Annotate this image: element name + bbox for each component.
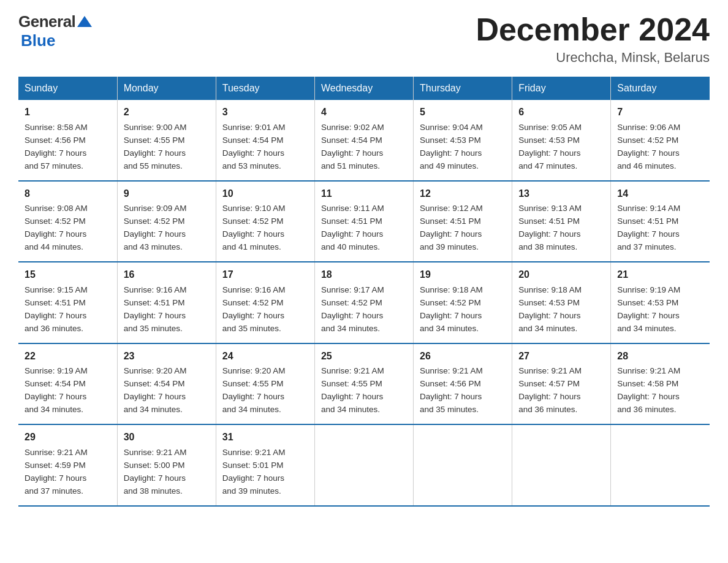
calendar-cell: 26Sunrise: 9:21 AMSunset: 4:56 PMDayligh…	[414, 343, 512, 424]
logo-blue-text: Blue	[21, 31, 55, 50]
day-number: 30	[124, 430, 210, 445]
week-row-1: 1Sunrise: 8:58 AMSunset: 4:56 PMDaylight…	[18, 100, 710, 180]
day-number: 9	[124, 186, 210, 202]
calendar-cell: 25Sunrise: 9:21 AMSunset: 4:55 PMDayligh…	[314, 343, 413, 424]
day-number: 11	[321, 186, 407, 202]
day-info: Sunrise: 9:00 AMSunset: 4:55 PMDaylight:…	[124, 123, 187, 170]
day-info: Sunrise: 9:21 AMSunset: 5:00 PMDaylight:…	[124, 448, 187, 496]
calendar-cell: 10Sunrise: 9:10 AMSunset: 4:52 PMDayligh…	[216, 181, 314, 262]
day-number: 28	[617, 349, 703, 364]
calendar-cell	[414, 424, 512, 505]
weekday-header-saturday: Saturday	[611, 77, 710, 100]
day-info: Sunrise: 9:18 AMSunset: 4:52 PMDaylight:…	[420, 285, 483, 333]
day-number: 18	[321, 267, 407, 283]
day-number: 21	[617, 267, 703, 283]
day-info: Sunrise: 9:21 AMSunset: 4:57 PMDaylight:…	[518, 366, 582, 414]
weekday-header-row: SundayMondayTuesdayWednesdayThursdayFrid…	[18, 77, 710, 100]
title-area: December 2024 Urechcha, Minsk, Belarus	[476, 12, 710, 66]
calendar-cell: 16Sunrise: 9:16 AMSunset: 4:51 PMDayligh…	[117, 262, 216, 343]
day-number: 10	[222, 186, 308, 202]
calendar-cell: 14Sunrise: 9:14 AMSunset: 4:51 PMDayligh…	[611, 181, 710, 262]
calendar-cell: 24Sunrise: 9:20 AMSunset: 4:55 PMDayligh…	[216, 343, 314, 424]
day-number: 26	[420, 349, 506, 364]
calendar-cell: 9Sunrise: 9:09 AMSunset: 4:52 PMDaylight…	[117, 181, 216, 262]
day-info: Sunrise: 9:15 AMSunset: 4:51 PMDaylight:…	[25, 285, 88, 333]
calendar-cell: 12Sunrise: 9:12 AMSunset: 4:51 PMDayligh…	[414, 181, 512, 262]
day-info: Sunrise: 9:08 AMSunset: 4:52 PMDaylight:…	[25, 204, 88, 251]
calendar-cell: 5Sunrise: 9:04 AMSunset: 4:53 PMDaylight…	[414, 100, 512, 180]
calendar-cell: 27Sunrise: 9:21 AMSunset: 4:57 PMDayligh…	[512, 343, 611, 424]
calendar-table: SundayMondayTuesdayWednesdayThursdayFrid…	[18, 77, 710, 506]
day-info: Sunrise: 9:05 AMSunset: 4:53 PMDaylight:…	[518, 123, 582, 170]
day-info: Sunrise: 9:09 AMSunset: 4:52 PMDaylight:…	[124, 204, 187, 251]
calendar-cell	[512, 424, 611, 505]
day-info: Sunrise: 9:10 AMSunset: 4:52 PMDaylight:…	[222, 204, 286, 251]
logo-general-text: General	[18, 12, 75, 31]
logo-triangle-icon	[76, 13, 93, 31]
day-number: 27	[518, 349, 604, 364]
svg-marker-0	[77, 16, 92, 27]
day-number: 25	[321, 349, 407, 364]
day-number: 1	[25, 105, 111, 120]
calendar-cell: 13Sunrise: 9:13 AMSunset: 4:51 PMDayligh…	[512, 181, 611, 262]
calendar-cell: 15Sunrise: 9:15 AMSunset: 4:51 PMDayligh…	[18, 262, 117, 343]
day-info: Sunrise: 9:20 AMSunset: 4:55 PMDaylight:…	[222, 366, 286, 414]
day-info: Sunrise: 9:12 AMSunset: 4:51 PMDaylight:…	[420, 204, 483, 251]
day-number: 23	[124, 349, 210, 364]
location-text: Urechcha, Minsk, Belarus	[476, 50, 710, 66]
month-title: December 2024	[476, 12, 710, 47]
day-number: 12	[420, 186, 506, 202]
day-info: Sunrise: 9:20 AMSunset: 4:54 PMDaylight:…	[124, 366, 187, 414]
calendar-cell: 3Sunrise: 9:01 AMSunset: 4:54 PMDaylight…	[216, 100, 314, 180]
day-number: 5	[420, 105, 506, 120]
day-info: Sunrise: 9:16 AMSunset: 4:52 PMDaylight:…	[222, 285, 286, 333]
weekday-header-friday: Friday	[512, 77, 611, 100]
day-number: 22	[25, 349, 111, 364]
calendar-cell: 7Sunrise: 9:06 AMSunset: 4:52 PMDaylight…	[611, 100, 710, 180]
weekday-header-monday: Monday	[117, 77, 216, 100]
calendar-cell: 28Sunrise: 9:21 AMSunset: 4:58 PMDayligh…	[611, 343, 710, 424]
calendar-cell: 30Sunrise: 9:21 AMSunset: 5:00 PMDayligh…	[117, 424, 216, 505]
day-number: 31	[222, 430, 308, 445]
day-number: 24	[222, 349, 308, 364]
day-number: 13	[518, 186, 604, 202]
day-info: Sunrise: 9:17 AMSunset: 4:52 PMDaylight:…	[321, 285, 384, 333]
calendar-cell: 22Sunrise: 9:19 AMSunset: 4:54 PMDayligh…	[18, 343, 117, 424]
calendar-cell: 19Sunrise: 9:18 AMSunset: 4:52 PMDayligh…	[414, 262, 512, 343]
calendar-cell: 11Sunrise: 9:11 AMSunset: 4:51 PMDayligh…	[314, 181, 413, 262]
week-row-3: 15Sunrise: 9:15 AMSunset: 4:51 PMDayligh…	[18, 262, 710, 343]
calendar-cell	[611, 424, 710, 505]
weekday-header-sunday: Sunday	[18, 77, 117, 100]
day-number: 7	[617, 105, 703, 120]
day-info: Sunrise: 9:16 AMSunset: 4:51 PMDaylight:…	[124, 285, 187, 333]
calendar-cell: 31Sunrise: 9:21 AMSunset: 5:01 PMDayligh…	[216, 424, 314, 505]
calendar-cell: 1Sunrise: 8:58 AMSunset: 4:56 PMDaylight…	[18, 100, 117, 180]
calendar-cell: 8Sunrise: 9:08 AMSunset: 4:52 PMDaylight…	[18, 181, 117, 262]
day-number: 14	[617, 186, 703, 202]
day-number: 4	[321, 105, 407, 120]
day-info: Sunrise: 9:21 AMSunset: 4:55 PMDaylight:…	[321, 366, 384, 414]
day-info: Sunrise: 9:02 AMSunset: 4:54 PMDaylight:…	[321, 123, 384, 170]
day-info: Sunrise: 9:01 AMSunset: 4:54 PMDaylight:…	[222, 123, 286, 170]
day-number: 8	[25, 186, 111, 202]
week-row-5: 29Sunrise: 9:21 AMSunset: 4:59 PMDayligh…	[18, 424, 710, 505]
week-row-4: 22Sunrise: 9:19 AMSunset: 4:54 PMDayligh…	[18, 343, 710, 424]
calendar-cell: 29Sunrise: 9:21 AMSunset: 4:59 PMDayligh…	[18, 424, 117, 505]
day-info: Sunrise: 9:21 AMSunset: 4:58 PMDaylight:…	[617, 366, 680, 414]
day-info: Sunrise: 8:58 AMSunset: 4:56 PMDaylight:…	[25, 123, 88, 170]
week-row-2: 8Sunrise: 9:08 AMSunset: 4:52 PMDaylight…	[18, 181, 710, 262]
day-number: 2	[124, 105, 210, 120]
calendar-cell: 21Sunrise: 9:19 AMSunset: 4:53 PMDayligh…	[611, 262, 710, 343]
day-number: 29	[25, 430, 111, 445]
day-number: 6	[518, 105, 604, 120]
calendar-cell: 2Sunrise: 9:00 AMSunset: 4:55 PMDaylight…	[117, 100, 216, 180]
day-info: Sunrise: 9:21 AMSunset: 5:01 PMDaylight:…	[222, 448, 286, 496]
day-info: Sunrise: 9:18 AMSunset: 4:53 PMDaylight:…	[518, 285, 582, 333]
calendar-cell: 4Sunrise: 9:02 AMSunset: 4:54 PMDaylight…	[314, 100, 413, 180]
day-number: 3	[222, 105, 308, 120]
day-info: Sunrise: 9:04 AMSunset: 4:53 PMDaylight:…	[420, 123, 483, 170]
weekday-header-thursday: Thursday	[414, 77, 512, 100]
day-info: Sunrise: 9:06 AMSunset: 4:52 PMDaylight:…	[617, 123, 680, 170]
weekday-header-tuesday: Tuesday	[216, 77, 314, 100]
day-info: Sunrise: 9:11 AMSunset: 4:51 PMDaylight:…	[321, 204, 384, 251]
